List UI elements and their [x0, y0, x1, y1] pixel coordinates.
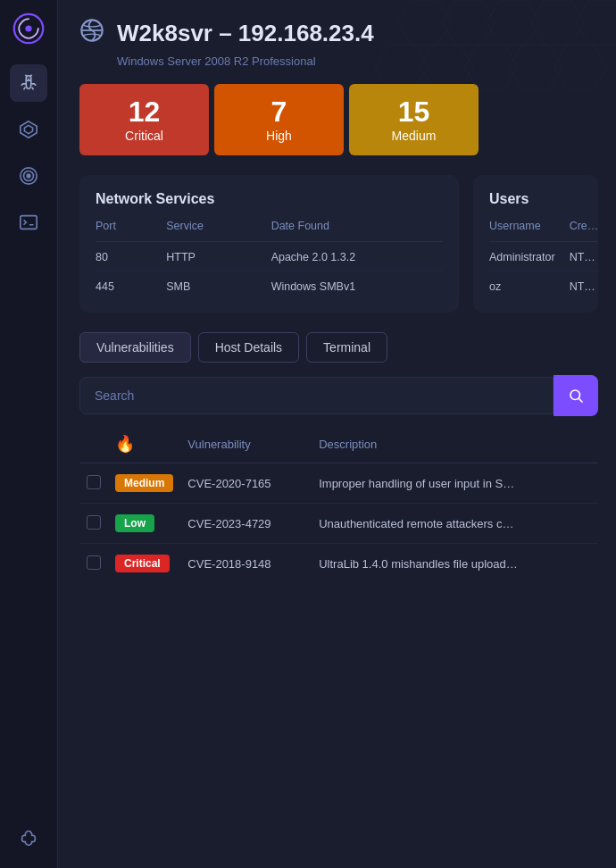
cve-cell: CVE-2023-4729: [180, 504, 312, 544]
table-row: oz NT…: [489, 271, 598, 301]
page-title: W2k8svr – 192.168.23.4: [117, 20, 374, 47]
svg-rect-7: [21, 216, 37, 230]
sidebar-item-bug2[interactable]: [10, 820, 47, 857]
row-checkbox[interactable]: [87, 515, 101, 530]
desc-cell: Improper handling of user input in S…: [312, 463, 598, 504]
col-port: Port: [96, 220, 166, 242]
tab-bar: Vulnerabilities Host Details Terminal: [79, 332, 598, 363]
sidebar: [0, 0, 58, 868]
desc-cell: Unauthenticated remote attackers c…: [312, 504, 598, 544]
col-header-description: Description: [312, 429, 598, 463]
svg-marker-2: [21, 121, 37, 138]
port-value: 80: [96, 242, 166, 271]
svg-point-1: [25, 25, 31, 31]
service-value: SMB: [166, 271, 271, 301]
users-table: Username Cre… Administrator NT… oz NT…: [489, 220, 598, 300]
severity-cell: Critical: [108, 544, 180, 584]
severity-cell: Low: [108, 504, 180, 544]
date-found-value: Apache 2.0 1.3.2: [271, 242, 443, 271]
sidebar-logo: [11, 11, 46, 46]
cred-value: NT…: [570, 271, 599, 301]
vuln-table: 🔥 Vulnerability Description Medium CVE-2…: [79, 429, 598, 583]
col-username: Username: [489, 220, 570, 242]
service-value: HTTP: [166, 242, 271, 271]
row-checkbox[interactable]: [87, 475, 101, 489]
tab-vulnerabilities[interactable]: Vulnerabilities: [79, 332, 191, 363]
date-found-value: Windows SMBv1: [271, 271, 443, 301]
col-header-vulnerability: Vulnerability: [180, 429, 312, 463]
users-panel: Users Username Cre… Administrator NT… oz: [473, 175, 598, 313]
sidebar-item-target[interactable]: [10, 157, 47, 195]
users-title: Users: [489, 191, 582, 207]
stat-high-value: 7: [271, 97, 287, 126]
svg-marker-3: [24, 125, 32, 133]
username-value: Administrator: [489, 242, 570, 271]
main-content: W2k8svr – 192.168.23.4 Windows Server 20…: [58, 0, 616, 868]
fire-icon: 🔥: [115, 435, 135, 453]
severity-badge: Critical: [115, 555, 170, 572]
search-bar: [79, 375, 598, 416]
search-input[interactable]: [79, 377, 554, 414]
desc-cell: UltraLib 1.4.0 mishandles file upload…: [312, 544, 598, 584]
col-header-check: [79, 429, 108, 463]
severity-cell: Medium: [108, 463, 180, 504]
col-header-severity: 🔥: [108, 429, 180, 463]
stat-high-label: High: [266, 129, 292, 143]
row-checkbox[interactable]: [87, 555, 101, 570]
stat-critical-value: 12: [129, 97, 161, 126]
tab-terminal[interactable]: Terminal: [306, 332, 387, 363]
network-services-title: Network Services: [96, 191, 443, 207]
sidebar-item-network[interactable]: [10, 111, 47, 148]
svg-point-6: [27, 174, 30, 178]
search-button[interactable]: [554, 375, 598, 416]
port-value: 445: [96, 271, 166, 301]
severity-badge: Low: [115, 514, 154, 532]
col-service: Service: [166, 220, 271, 242]
svg-point-19: [570, 390, 580, 400]
severity-badge: Medium: [115, 474, 173, 492]
stat-card-critical[interactable]: 12 Critical: [79, 84, 209, 155]
stat-medium-value: 15: [398, 97, 430, 126]
stat-card-medium[interactable]: 15 Medium: [349, 84, 479, 155]
info-panels-row: Network Services Port Service Date Found…: [79, 175, 598, 313]
host-subtitle: Windows Server 2008 R2 Professional: [117, 54, 598, 68]
search-icon: [568, 388, 584, 404]
svg-line-20: [579, 398, 582, 402]
col-cred: Cre…: [570, 220, 599, 242]
network-services-panel: Network Services Port Service Date Found…: [79, 175, 459, 313]
vuln-row: Low CVE-2023-4729 Unauthenticated remote…: [79, 504, 598, 544]
username-value: oz: [489, 271, 570, 301]
table-row: 445 SMB Windows SMBv1: [96, 271, 443, 301]
vuln-row: Medium CVE-2020-7165 Improper handling o…: [79, 463, 598, 504]
table-row: Administrator NT…: [489, 242, 598, 271]
cve-cell: CVE-2020-7165: [180, 463, 312, 504]
sidebar-item-terminal[interactable]: [10, 204, 47, 241]
table-row: 80 HTTP Apache 2.0 1.3.2: [96, 242, 443, 271]
col-date-found: Date Found: [271, 220, 443, 242]
cred-value: NT…: [570, 242, 599, 271]
network-services-table: Port Service Date Found 80 HTTP Apache 2…: [96, 220, 443, 300]
sidebar-item-bug1[interactable]: [10, 64, 47, 102]
stat-medium-label: Medium: [392, 129, 437, 143]
host-header: W2k8svr – 192.168.23.4: [79, 18, 598, 49]
host-icon: [79, 18, 104, 49]
stat-cards-row: 12 Critical 7 High 15 Medium: [79, 84, 598, 155]
cve-cell: CVE-2018-9148: [180, 544, 312, 584]
stat-card-high[interactable]: 7 High: [214, 84, 344, 155]
stat-critical-label: Critical: [125, 129, 163, 143]
vuln-row: Critical CVE-2018-9148 UltraLib 1.4.0 mi…: [79, 544, 598, 584]
tab-host-details[interactable]: Host Details: [198, 332, 299, 363]
